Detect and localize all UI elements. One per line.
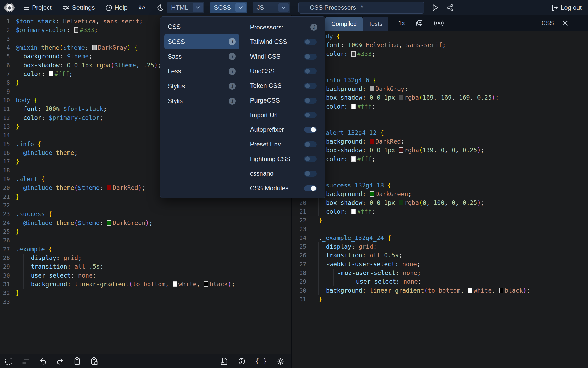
app-logo-icon[interactable]	[3, 2, 16, 14]
menu-project[interactable]: Project	[23, 4, 52, 11]
chevron-down-icon[interactable]	[235, 3, 246, 12]
chevron-down-icon[interactable]	[193, 3, 203, 12]
info-icon[interactable]: i	[310, 24, 317, 31]
menu-settings[interactable]: Settings	[63, 4, 95, 11]
live-reload-icon[interactable]	[434, 19, 444, 27]
info-icon[interactable]: i	[229, 53, 236, 60]
tab-html[interactable]: HTML	[167, 2, 204, 13]
processor-row-autoprefixer: Autoprefixer	[243, 122, 326, 137]
color-swatch	[499, 288, 503, 293]
code-line: 28 -moz-user-select: none;	[292, 269, 588, 277]
color-swatch	[351, 156, 356, 162]
translate-button[interactable]: x̄A	[139, 4, 146, 11]
line-number: 17	[0, 157, 12, 166]
code-line: 27 -webkit-user-select: none;	[292, 260, 588, 269]
info-icon[interactable]: i	[229, 68, 236, 75]
tab-tests[interactable]: Tests	[363, 17, 388, 31]
clipboard-icon[interactable]	[74, 357, 81, 365]
menu-item-scss[interactable]: SCSSi	[164, 34, 239, 49]
toggle-knob	[305, 83, 310, 88]
redo-icon[interactable]	[56, 358, 64, 365]
info-icon[interactable]: i	[229, 83, 236, 90]
info-icon[interactable]: i	[229, 38, 236, 45]
line-number: 31	[0, 280, 12, 289]
indent-guide	[318, 207, 326, 216]
toggle-tailwind-css[interactable]	[304, 39, 317, 45]
indent-guide	[16, 61, 23, 70]
toggle-purgecss[interactable]	[304, 98, 317, 104]
toggle-cssnano[interactable]	[304, 171, 317, 177]
compiled-code-viewer[interactable]: 1body {2 font: 100% Helvetica, sans-seri…	[292, 31, 588, 368]
line-number: 23	[292, 225, 306, 233]
code-line: 29 transition: all .5s;	[0, 262, 291, 271]
code-line: 21 color: #fff;	[292, 207, 588, 216]
menu-item-less[interactable]: Lessi	[160, 64, 243, 79]
toggle-autoprefixer[interactable]	[304, 127, 317, 133]
color-swatch	[370, 86, 374, 91]
toggle-css-modules[interactable]	[304, 185, 317, 191]
project-title-input[interactable]: CSS Processors *	[298, 2, 424, 14]
chevron-down-icon[interactable]	[278, 3, 289, 12]
menu-item-stylis[interactable]: Stylisi	[160, 94, 243, 108]
processor-label: Import Url	[250, 111, 278, 119]
format-lines-icon[interactable]	[22, 357, 30, 365]
color-swatch	[370, 191, 374, 197]
info-icon[interactable]	[238, 357, 245, 365]
code-line: 22	[0, 201, 291, 210]
moon-icon	[157, 4, 164, 11]
toggle-lightning-css[interactable]	[304, 156, 317, 162]
tab-compiled[interactable]: Compiled	[326, 17, 363, 31]
color-swatch	[468, 288, 472, 293]
file-link-icon[interactable]	[220, 357, 228, 365]
line-number: 27	[292, 260, 306, 269]
menu-item-label: Stylis	[168, 97, 183, 105]
tab-scss[interactable]: SCSS	[210, 2, 247, 13]
menu-item-sass[interactable]: Sassi	[160, 49, 243, 64]
line-number: 24	[292, 234, 306, 242]
toggle-import-url[interactable]	[304, 112, 317, 118]
toggle-windi-css[interactable]	[304, 54, 317, 60]
settings-gear-icon[interactable]	[277, 357, 285, 365]
file-tabs: HTML SCSS JS	[167, 2, 290, 13]
code-line: 23	[292, 225, 588, 233]
toggle-knob	[311, 127, 316, 132]
processor-row-cssnano: cssnano	[243, 166, 326, 181]
code-line: 14 box-shadow: 0 0 1px rgba(139, 0, 0, 0…	[292, 146, 588, 155]
logout-button[interactable]: Log out	[551, 0, 582, 15]
menu-item-label: Less	[168, 68, 181, 75]
toggle-preset-env[interactable]	[304, 141, 317, 147]
zoom-level[interactable]: 1x	[398, 19, 405, 27]
toggle-token-css[interactable]	[304, 83, 317, 89]
open-preview-icon[interactable]	[415, 19, 423, 27]
code-line: 30 background: linear-gradient(to bottom…	[292, 286, 588, 295]
share-button[interactable]	[446, 4, 454, 11]
info-icon[interactable]: i	[229, 98, 236, 105]
close-icon[interactable]	[562, 20, 569, 27]
topbar: Project Settings ? Help x̄A HTML SCSS	[0, 0, 588, 15]
indent-guide	[16, 183, 23, 192]
processor-row-unocss: UnoCSS	[243, 64, 326, 79]
theme-toggle-button[interactable]	[157, 4, 164, 11]
indent-guide	[349, 277, 356, 286]
language-dropdown-popup: CSSSCSSiSassiLessiStylusiStylisi Process…	[160, 16, 326, 198]
menu-item-stylus[interactable]: Stylusi	[160, 79, 243, 94]
undo-icon[interactable]	[39, 358, 47, 365]
toggle-unocss[interactable]	[304, 68, 317, 74]
processor-label: Token CSS	[250, 82, 282, 89]
code-line: 6._info_132g4_6 {	[292, 76, 588, 85]
run-button[interactable]	[432, 4, 439, 11]
line-number: 19	[0, 175, 12, 183]
editor-toolbar: { }	[0, 354, 291, 368]
menu-help[interactable]: ? Help	[106, 4, 127, 11]
selection-box-icon[interactable]	[5, 358, 12, 365]
menu-item-css[interactable]: CSS	[160, 19, 243, 34]
line-number: 9	[0, 87, 12, 96]
line-number: 15	[0, 140, 12, 149]
tab-js-label: JS	[257, 4, 264, 11]
tab-js[interactable]: JS	[253, 2, 290, 13]
braces-icon[interactable]: { }	[255, 357, 267, 365]
code-line: 16}	[292, 163, 588, 172]
clipboard-remove-icon[interactable]	[91, 357, 98, 365]
toggle-knob	[305, 69, 310, 74]
line-number: 18	[0, 166, 12, 175]
